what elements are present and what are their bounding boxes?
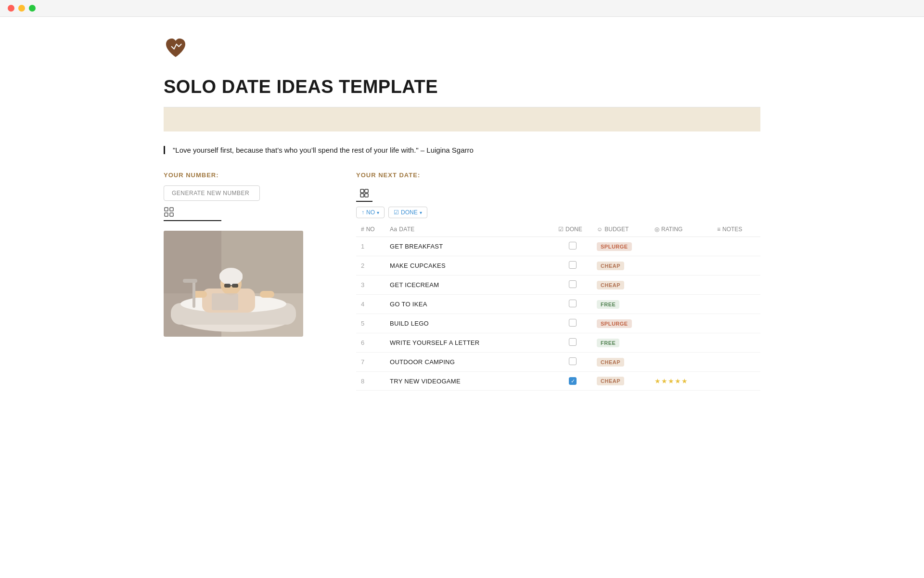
checkbox[interactable] — [569, 280, 577, 288]
cell-budget: SPLURGE — [592, 237, 650, 256]
table-row: 2MAKE CUPCAKESCHEAP — [356, 256, 760, 276]
checkbox[interactable] — [569, 338, 577, 346]
svg-rect-24 — [360, 194, 364, 197]
svg-rect-18 — [260, 291, 274, 298]
quote-block: "Love yourself first, because that’s who… — [164, 146, 760, 154]
budget-badge[interactable]: CHEAP — [597, 377, 624, 385]
svg-rect-25 — [365, 194, 368, 197]
checkbox[interactable] — [569, 242, 577, 250]
banner — [164, 107, 760, 131]
cell-done[interactable] — [553, 256, 592, 276]
budget-badge[interactable]: FREE — [597, 300, 619, 309]
cell-date[interactable]: GO TO IKEA — [385, 295, 553, 314]
budget-badge[interactable]: CHEAP — [597, 262, 624, 270]
cell-done[interactable] — [553, 276, 592, 295]
budget-badge[interactable]: SPLURGE — [597, 319, 632, 328]
cell-notes — [712, 333, 760, 353]
cell-notes — [712, 314, 760, 333]
cell-budget: CHEAP — [592, 256, 650, 276]
checkbox[interactable] — [569, 300, 577, 307]
table-icon — [360, 189, 369, 197]
col-header-done: ☑DONE — [553, 222, 592, 237]
checkbox[interactable] — [569, 261, 577, 269]
svg-rect-15 — [232, 284, 238, 288]
table-row: 5BUILD LEGOSPLURGE — [356, 314, 760, 333]
cell-rating — [650, 276, 712, 295]
cell-date[interactable]: TRY NEW VIDEOGAME — [385, 372, 553, 391]
cell-done[interactable] — [553, 314, 592, 333]
bath-illustration — [164, 231, 303, 337]
cell-done[interactable] — [553, 237, 592, 256]
close-button[interactable] — [8, 5, 14, 12]
cell-budget: CHEAP — [592, 353, 650, 372]
cell-date[interactable]: GET ICECREAM — [385, 276, 553, 295]
svg-rect-19 — [212, 293, 238, 310]
cell-date[interactable]: OUTDOOR CAMPING — [385, 353, 553, 372]
col-header-rating: ◎RATING — [650, 222, 712, 237]
cell-no: 6 — [356, 333, 385, 353]
svg-rect-2 — [165, 213, 168, 216]
cell-done[interactable] — [553, 372, 592, 391]
cell-date[interactable]: BUILD LEGO — [385, 314, 553, 333]
generate-number-button[interactable]: GENERATE NEW NUMBER — [164, 185, 260, 201]
filter-no-button[interactable]: ↑ NO ▾ — [356, 207, 385, 218]
table-row: 6WRITE YOURSELF A LETTERFREE — [356, 333, 760, 353]
filter-row: ↑ NO ▾ ☑ DONE ▾ — [356, 207, 760, 218]
svg-rect-0 — [165, 208, 168, 211]
cell-date[interactable]: WRITE YOURSELF A LETTER — [385, 333, 553, 353]
budget-badge[interactable]: CHEAP — [597, 358, 624, 367]
table-view-button[interactable] — [356, 185, 372, 202]
main-layout: YOUR NUMBER: GENERATE NEW NUMBER — [164, 171, 760, 391]
grid-icon[interactable] — [164, 207, 174, 217]
col-header-date: AaDATE — [385, 222, 553, 237]
cell-budget: SPLURGE — [592, 314, 650, 333]
table-row: 7OUTDOOR CAMPINGCHEAP — [356, 353, 760, 372]
page-content: SOLO DATE IDEAS TEMPLATE "Love yourself … — [125, 17, 799, 410]
maximize-button[interactable] — [29, 5, 36, 12]
checkbox[interactable] — [569, 377, 577, 385]
cell-no: 8 — [356, 372, 385, 391]
checkbox[interactable] — [569, 357, 577, 365]
cell-done[interactable] — [553, 353, 592, 372]
cell-rating — [650, 256, 712, 276]
bath-scene — [164, 231, 303, 337]
cell-notes — [712, 295, 760, 314]
cell-budget: FREE — [592, 295, 650, 314]
svg-rect-20 — [192, 279, 195, 308]
minimize-button[interactable] — [18, 5, 25, 12]
svg-rect-23 — [365, 189, 368, 193]
budget-badge[interactable]: SPLURGE — [597, 242, 632, 251]
photo-frame — [164, 231, 303, 337]
checkbox[interactable] — [569, 319, 577, 327]
budget-badge[interactable]: CHEAP — [597, 281, 624, 289]
right-column: YOUR NEXT DATE: ↑ NO ▾ — [356, 171, 760, 391]
data-table: #NO AaDATE ☑DONE ☺BUDGET ◎RATING ≡NOTES … — [356, 222, 760, 391]
cell-no: 4 — [356, 295, 385, 314]
cell-notes — [712, 276, 760, 295]
cell-date[interactable]: GET BREAKFAST — [385, 237, 553, 256]
cell-budget: FREE — [592, 333, 650, 353]
cell-no: 2 — [356, 256, 385, 276]
cell-no: 5 — [356, 314, 385, 333]
budget-badge[interactable]: FREE — [597, 339, 619, 347]
grid-icon-row — [164, 207, 327, 219]
cell-no: 3 — [356, 276, 385, 295]
cell-rating — [650, 353, 712, 372]
svg-rect-13 — [219, 272, 243, 281]
cell-done[interactable] — [553, 295, 592, 314]
table-icon-row — [356, 185, 760, 202]
cell-notes — [712, 353, 760, 372]
cell-budget: CHEAP — [592, 276, 650, 295]
filter-done-button[interactable]: ☑ DONE ▾ — [388, 207, 427, 218]
cell-notes — [712, 372, 760, 391]
cell-no: 7 — [356, 353, 385, 372]
svg-rect-1 — [170, 208, 173, 211]
cell-rating — [650, 295, 712, 314]
col-header-no: #NO — [356, 222, 385, 237]
underline-bar — [164, 220, 221, 221]
svg-rect-22 — [360, 189, 364, 193]
table-body: 1GET BREAKFASTSPLURGE2MAKE CUPCAKESCHEAP… — [356, 237, 760, 391]
table-header-row: #NO AaDATE ☑DONE ☺BUDGET ◎RATING ≡NOTES — [356, 222, 760, 237]
cell-done[interactable] — [553, 333, 592, 353]
cell-date[interactable]: MAKE CUPCAKES — [385, 256, 553, 276]
